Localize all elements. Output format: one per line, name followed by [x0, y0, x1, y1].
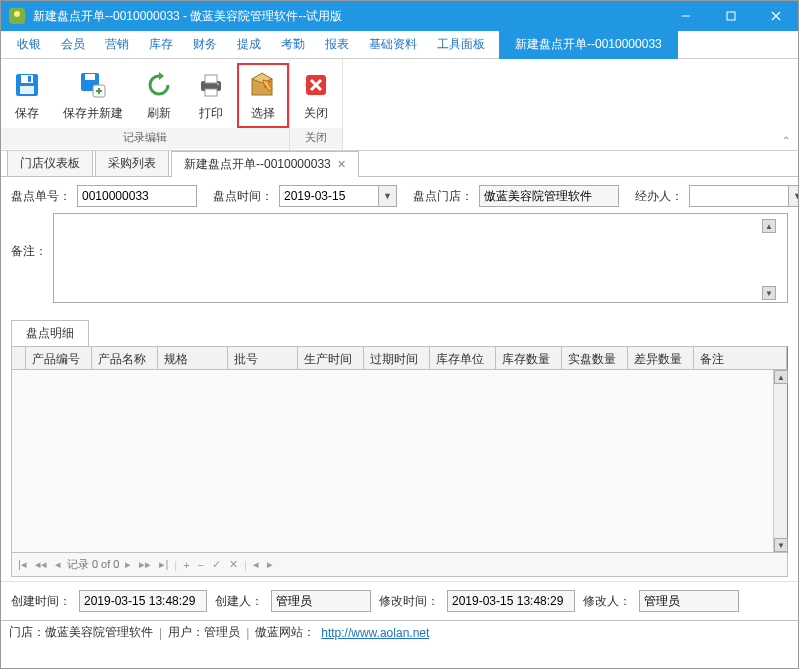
menu-inventory[interactable]: 库存 — [139, 32, 183, 57]
menu-tools[interactable]: 工具面板 — [427, 32, 495, 57]
footer-fields: 创建时间： 创建人： 修改时间： 修改人： — [1, 581, 798, 620]
ribbon-collapse-icon[interactable]: ⌃ — [782, 135, 790, 146]
col-product-code[interactable]: 产品编号 — [26, 347, 92, 369]
pg-first-icon[interactable]: |◂ — [16, 558, 29, 571]
tab-purchase-list[interactable]: 采购列表 — [95, 150, 169, 176]
operator-label: 经办人： — [635, 188, 683, 205]
paginator: |◂ ◂◂ ◂ 记录 0 of 0 ▸ ▸▸ ▸| | + − ✓ ✕ | ◂ … — [11, 553, 788, 577]
close-window-button[interactable] — [753, 1, 798, 31]
menu-finance[interactable]: 财务 — [183, 32, 227, 57]
pg-last-icon[interactable]: ▸| — [157, 558, 170, 571]
pg-nextpage-icon[interactable]: ▸▸ — [137, 558, 153, 571]
menu-marketing[interactable]: 营销 — [95, 32, 139, 57]
close-label: 关闭 — [304, 105, 328, 122]
save-new-label: 保存并新建 — [63, 105, 123, 122]
ribbon-group-edit: 保存 保存并新建 刷新 打印 选择 记录编辑 — [1, 59, 290, 150]
col-spec[interactable]: 规格 — [158, 347, 228, 369]
pg-check-icon[interactable]: ✓ — [210, 558, 223, 571]
menu-basedata[interactable]: 基础资料 — [359, 32, 427, 57]
remarks-input[interactable] — [53, 213, 788, 303]
statusbar: 门店：傲蓝美容院管理软件 | 用户：管理员 | 傲蓝网站： http://www… — [1, 620, 798, 644]
time-drop-icon[interactable]: ▼ — [379, 185, 397, 207]
tab-dashboard[interactable]: 门店仪表板 — [7, 150, 93, 176]
svg-rect-14 — [205, 75, 217, 83]
print-icon — [195, 69, 227, 101]
col-unit[interactable]: 库存单位 — [430, 347, 496, 369]
menu-member[interactable]: 会员 — [51, 32, 95, 57]
menu-cashier[interactable]: 收银 — [7, 32, 51, 57]
store-label: 盘点门店： — [413, 188, 473, 205]
tab-close-icon[interactable]: ✕ — [337, 158, 346, 171]
operator-picker[interactable]: ▼ — [689, 185, 799, 207]
grid-header: 产品编号 产品名称 规格 批号 生产时间 过期时间 库存单位 库存数量 实盘数量… — [12, 347, 787, 370]
minimize-button[interactable] — [663, 1, 708, 31]
pg-add-icon[interactable]: + — [181, 559, 191, 571]
ribbon-group-close: 关闭 关闭 — [290, 59, 343, 150]
col-batch[interactable]: 批号 — [228, 347, 298, 369]
menu-commission[interactable]: 提成 — [227, 32, 271, 57]
scroll-down-icon[interactable]: ▼ — [762, 286, 776, 300]
print-button[interactable]: 打印 — [185, 63, 237, 128]
ribbon-group-edit-label: 记录编辑 — [1, 128, 289, 149]
modifier-label: 修改人： — [583, 593, 631, 610]
svg-rect-9 — [20, 86, 34, 94]
operator-input[interactable] — [689, 185, 789, 207]
modify-time-label: 修改时间： — [379, 593, 439, 610]
pg-prev-icon[interactable]: ◂ — [53, 558, 63, 571]
col-remark[interactable]: 备注 — [694, 347, 787, 369]
menu-active-tab[interactable]: 新建盘点开单--0010000033 — [499, 31, 678, 59]
refresh-icon — [143, 69, 175, 101]
select-button[interactable]: 选择 — [237, 63, 289, 128]
grid-scroll-down-icon[interactable]: ▼ — [774, 538, 788, 552]
order-no-input[interactable] — [77, 185, 197, 207]
ribbon-group-close-label: 关闭 — [290, 128, 342, 149]
form-area: 盘点单号： 盘点时间： ▼ 盘点门店： 经办人： ▼ 备注： ▲ ▼ — [1, 177, 798, 320]
scroll-up-icon[interactable]: ▲ — [762, 219, 776, 233]
pg-prevpage-icon[interactable]: ◂◂ — [33, 558, 49, 571]
save-label: 保存 — [15, 105, 39, 122]
grid-row-selector — [12, 347, 26, 369]
save-new-icon — [77, 69, 109, 101]
col-product-name[interactable]: 产品名称 — [92, 347, 158, 369]
pg-right-icon[interactable]: ▸ — [265, 558, 275, 571]
select-label: 选择 — [251, 105, 275, 122]
menu-attendance[interactable]: 考勤 — [271, 32, 315, 57]
svg-rect-11 — [85, 74, 95, 80]
save-new-button[interactable]: 保存并新建 — [53, 63, 133, 128]
col-prod-date[interactable]: 生产时间 — [298, 347, 364, 369]
save-button[interactable]: 保存 — [1, 63, 53, 128]
tab-stocktake[interactable]: 新建盘点开单--0010000033✕ — [171, 151, 359, 177]
close-button[interactable]: 关闭 — [290, 63, 342, 128]
pg-cancel-icon[interactable]: ✕ — [227, 558, 240, 571]
col-expire-date[interactable]: 过期时间 — [364, 347, 430, 369]
time-label: 盘点时间： — [213, 188, 273, 205]
status-site-link[interactable]: http://www.aolan.net — [321, 626, 429, 640]
menu-report[interactable]: 报表 — [315, 32, 359, 57]
maximize-button[interactable] — [708, 1, 753, 31]
detail-tabs: 盘点明细 — [1, 320, 798, 346]
close-icon — [300, 69, 332, 101]
titlebar: 新建盘点开单--0010000033 - 傲蓝美容院管理软件--试用版 — [1, 1, 798, 31]
grid-body[interactable]: ▲ ▼ — [12, 370, 787, 552]
creator-label: 创建人： — [215, 593, 263, 610]
time-input[interactable] — [279, 185, 379, 207]
pg-next-icon[interactable]: ▸ — [123, 558, 133, 571]
pg-left-icon[interactable]: ◂ — [251, 558, 261, 571]
col-diff-qty[interactable]: 差异数量 — [628, 347, 694, 369]
detail-tab[interactable]: 盘点明细 — [11, 320, 89, 346]
pg-remove-icon[interactable]: − — [196, 559, 206, 571]
col-actual-qty[interactable]: 实盘数量 — [562, 347, 628, 369]
refresh-button[interactable]: 刷新 — [133, 63, 185, 128]
tab-purchase-label: 采购列表 — [108, 155, 156, 172]
col-stock-qty[interactable]: 库存数量 — [496, 347, 562, 369]
creator-input — [271, 590, 371, 612]
tab-stocktake-label: 新建盘点开单--0010000033 — [184, 156, 331, 173]
grid-vscroll[interactable]: ▲ ▼ — [773, 370, 787, 552]
grid-scroll-up-icon[interactable]: ▲ — [774, 370, 788, 384]
modifier-input — [639, 590, 739, 612]
operator-drop-icon[interactable]: ▼ — [789, 185, 799, 207]
time-picker[interactable]: ▼ — [279, 185, 397, 207]
remarks-scrollbar[interactable]: ▲ ▼ — [762, 219, 776, 300]
create-time-input — [79, 590, 207, 612]
svg-rect-8 — [28, 76, 31, 82]
